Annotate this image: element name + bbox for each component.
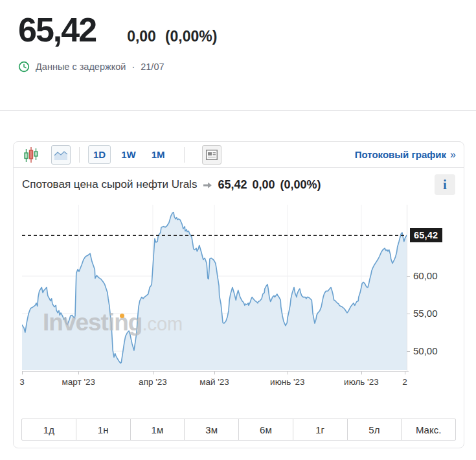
info-button[interactable]: i	[435, 174, 455, 195]
x-axis-label: июнь '23	[270, 377, 305, 387]
news-view-button[interactable]	[202, 145, 221, 165]
watermark-name: Investing	[43, 309, 142, 336]
plot-right-border	[407, 205, 407, 371]
current-price-axis-label: 65,42	[410, 228, 442, 242]
x-axis-label: март '23	[62, 377, 96, 387]
y-axis-tick	[407, 351, 410, 352]
price-area-chart[interactable]	[22, 205, 407, 370]
timeframe-bar: 1д1н1м3м6м1г5лМакс.	[21, 419, 456, 441]
x-axis-tick	[405, 371, 405, 374]
quote-header: 65,42 0,00 (0,00%) Данные с задержкой · …	[0, 0, 476, 73]
x-axis-tick	[214, 371, 215, 374]
chart-header-change: 0,00	[252, 178, 275, 192]
candlestick-chart-button[interactable]	[21, 145, 41, 165]
area-chart-button[interactable]	[51, 145, 71, 165]
price-change-group: 0,00 (0,00%)	[127, 28, 217, 45]
timeframe-button-1г[interactable]: 1г	[293, 419, 347, 440]
timeframe-button-5л[interactable]: 5л	[347, 419, 402, 440]
timeframe-button-6м[interactable]: 6м	[238, 419, 293, 440]
x-axis-tick	[153, 371, 153, 374]
chart-toolbar: 1D 1W 1M Потоковый график »	[14, 142, 464, 168]
y-axis-label: 55,00	[413, 308, 438, 319]
chart-title: Спотовая цена сырой нефти Urals	[22, 178, 197, 191]
streaming-chart-link-label: Потоковый график	[355, 149, 446, 160]
double-chevron-right-icon: »	[450, 149, 456, 161]
divider	[0, 110, 476, 111]
x-axis-label: 2	[402, 377, 407, 387]
delayed-date: 21/07	[141, 62, 164, 72]
x-axis-tick	[22, 371, 23, 374]
chart-header: Спотовая цена сырой нефти Urals 65,42 0,…	[14, 168, 464, 201]
candlestick-icon	[23, 146, 39, 164]
price-change: 0,00	[127, 28, 156, 45]
period-button-1w[interactable]: 1W	[116, 145, 141, 164]
x-axis-line	[22, 371, 409, 372]
toolbar-divider	[184, 147, 185, 163]
timeframe-button-1д[interactable]: 1д	[22, 419, 76, 440]
clock-icon	[18, 61, 30, 73]
y-axis-tick	[407, 276, 410, 277]
x-axis-tick	[361, 371, 362, 374]
toolbar-divider	[79, 147, 80, 163]
right-arrow-icon	[203, 181, 212, 189]
y-axis-tick	[407, 314, 410, 314]
x-axis-label: май '23	[199, 377, 229, 387]
chart-header-change-percent: (0,00%)	[280, 178, 321, 192]
period-button-1d[interactable]: 1D	[88, 145, 111, 164]
chart-region: Investing.com 3март '23апр '23май '23июн…	[14, 201, 464, 389]
period-button-1m[interactable]: 1M	[146, 145, 170, 164]
x-axis-tick	[288, 371, 288, 374]
newspaper-icon	[206, 150, 218, 160]
watermark-domain: .com	[142, 314, 183, 334]
area-chart-icon	[54, 150, 67, 160]
current-price: 65,42	[18, 10, 96, 49]
x-axis-label: июль '23	[344, 377, 379, 387]
timeframe-button-3м[interactable]: 3м	[184, 419, 238, 440]
x-axis-labels: 3март '23апр '23май '23июнь '23июль '232	[22, 377, 407, 389]
x-axis-label: апр '23	[139, 377, 167, 387]
watermark-orange-dot	[120, 314, 124, 318]
x-axis-label: 3	[19, 377, 25, 387]
price-change-percent: (0,00%)	[165, 28, 218, 45]
delayed-separator: ·	[131, 62, 135, 72]
y-axis-label: 50,00	[413, 345, 438, 356]
watermark: Investing.com	[43, 309, 183, 336]
price-row: 65,42 0,00 (0,00%)	[18, 10, 458, 49]
streaming-chart-link[interactable]: Потоковый график »	[355, 149, 456, 161]
delayed-data-row: Данные с задержкой · 21/07	[18, 61, 458, 73]
timeframe-button-1н[interactable]: 1н	[76, 419, 130, 440]
x-axis-tick	[78, 371, 79, 374]
chart-header-price: 65,42	[218, 178, 247, 192]
timeframe-button-макс[interactable]: Макс.	[401, 419, 455, 440]
timeframe-button-1м[interactable]: 1м	[130, 419, 185, 440]
delayed-note: Данные с задержкой	[36, 62, 126, 72]
chart-widget: 1D 1W 1M Потоковый график » Спотовая цен…	[13, 141, 464, 448]
y-axis-label: 60,00	[413, 270, 438, 281]
